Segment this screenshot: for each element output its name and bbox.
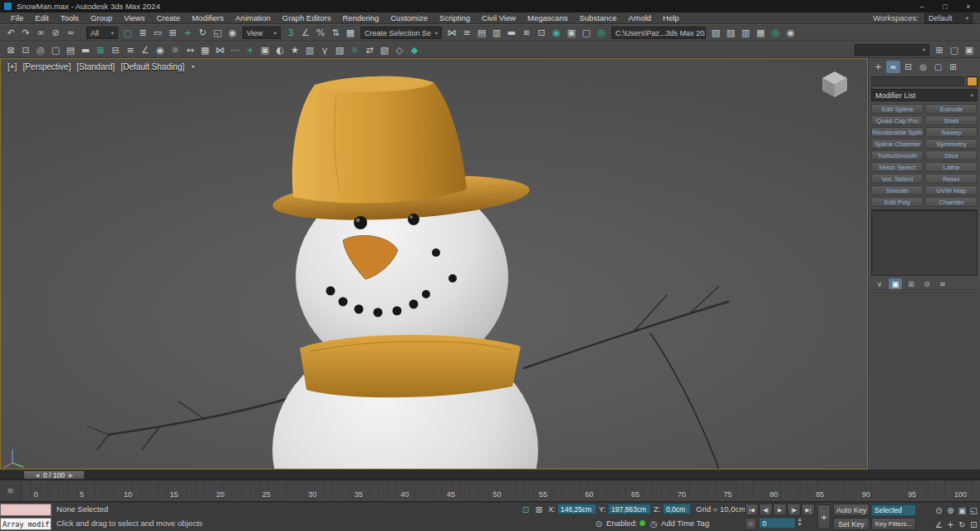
menu-item[interactable]: Help [657, 13, 685, 22]
align-camera-icon[interactable]: ◉ [153, 43, 168, 57]
selection-lock-toggle-icon[interactable]: ⊠ [533, 504, 545, 515]
place-highlight-icon[interactable]: ☼ [168, 43, 183, 57]
curve-editor-icon[interactable]: ≋ [519, 26, 534, 40]
viewport-general-menu[interactable]: [+] [7, 62, 17, 71]
unlink-selection-icon[interactable]: ⊘ [48, 26, 63, 40]
maximize-viewport-toggle-icon[interactable]: ⊡ [968, 519, 979, 530]
transform-toolbox-icon[interactable]: + [243, 43, 257, 57]
bind-to-space-warp-icon[interactable]: ≈ [63, 26, 78, 40]
project-path-dropdown[interactable]: C:\Users\Paz...3ds Max 2024 ▾ [611, 27, 706, 39]
frame-spinner[interactable]: ▲▼ [797, 517, 802, 527]
menu-item[interactable]: Animation [230, 13, 277, 22]
minimize-button[interactable]: – [910, 0, 933, 12]
zoom-extents-all-icon[interactable]: ◱ [968, 504, 979, 516]
effects-dialog-icon[interactable]: ★ [287, 43, 302, 57]
modifier-button[interactable]: Lathe [925, 162, 978, 172]
undo-icon[interactable]: ↶ [3, 26, 18, 40]
viewport-shading-menu[interactable]: [Default Shading] [120, 62, 184, 71]
menu-item[interactable]: Scripting [434, 13, 476, 22]
modifier-button[interactable]: Edit Spline [871, 104, 924, 114]
absolute-relative-snap-icon[interactable]: ⊡ [18, 43, 33, 57]
isolate-selection-toggle-icon[interactable]: ⊡ [520, 504, 532, 515]
asset-tracking-icon[interactable]: ▨ [723, 26, 738, 40]
per-view-presets-icon[interactable]: ▣ [962, 43, 977, 57]
color-clipboard-icon[interactable]: ▨ [332, 43, 347, 57]
modifier-button[interactable]: Extrude [925, 104, 978, 114]
zoom-icon[interactable]: ⊙ [933, 504, 944, 516]
material-editor-icon[interactable]: ◉ [549, 26, 564, 40]
selection-lock-toggle-icon[interactable]: ⊠ [3, 43, 18, 57]
menu-item[interactable]: Views [118, 13, 150, 22]
set-key-button[interactable]: Set Key [833, 518, 870, 530]
arnold-render-icon[interactable]: ◎ [768, 26, 783, 40]
align-icon[interactable]: ≡ [459, 26, 474, 40]
select-and-link-icon[interactable]: ∞ [33, 26, 48, 40]
configure-modifier-sets-icon[interactable]: ≡ [936, 278, 949, 289]
snaps-toggle-3d-icon[interactable]: 3 [283, 26, 298, 40]
menu-item[interactable]: Arnold [623, 13, 657, 22]
track-bar[interactable]: ◀ 0 / 100 ▶ [0, 470, 980, 480]
maxscript-mini-listener[interactable]: Array modifi [0, 518, 51, 530]
add-time-tag[interactable]: Add Time Tag [661, 519, 709, 528]
schematic-view-icon[interactable]: ⊡ [534, 26, 549, 40]
modifier-button[interactable]: Vol. Select [871, 174, 924, 184]
z-coordinate-field[interactable]: 0,0cm [663, 504, 691, 514]
viewport-standard-menu[interactable]: [Standard] [76, 62, 115, 71]
tab-modify[interactable]: ≈ [886, 61, 900, 73]
object-color-swatch[interactable] [967, 76, 978, 86]
menu-item[interactable]: Civil View [476, 13, 522, 22]
toggle-scene-explorer-icon[interactable]: ▤ [474, 26, 489, 40]
modifier-button[interactable]: Mesh Select [871, 162, 924, 172]
select-by-name-icon[interactable]: ≣ [135, 26, 150, 40]
edit-named-selection-sets-icon[interactable]: ▦ [343, 26, 358, 40]
next-frame-button[interactable]: |▶ [787, 504, 801, 516]
modifier-button[interactable]: UVW Map [925, 185, 978, 195]
modifier-button[interactable]: Slice [925, 150, 978, 160]
named-selection-set-field[interactable]: Create Selection Se ▾ [360, 27, 442, 39]
menu-item[interactable]: Graph Editors [277, 13, 337, 22]
go-to-end-button[interactable]: ▶| [801, 504, 815, 516]
rectangular-selection-region-icon[interactable]: ▭ [150, 26, 165, 40]
adaptive-degradation-icon[interactable]: ⊙ [593, 518, 605, 529]
select-and-place-icon[interactable]: ◉ [225, 26, 240, 40]
close-button[interactable]: × [957, 0, 980, 12]
viewport-settings-icon[interactable]: ▢ [947, 43, 962, 57]
reference-coordinate-dropdown[interactable]: View ▾ [243, 27, 281, 39]
named-selection-sets-icon[interactable]: ▦ [198, 43, 213, 57]
manage-layers-icon[interactable]: ▤ [63, 43, 78, 57]
time-slider[interactable]: ◀ 0 / 100 ▶ [23, 470, 85, 479]
menu-item[interactable]: Customize [385, 13, 434, 22]
physical-camera-icon[interactable]: ▧ [377, 43, 392, 57]
show-end-result-icon[interactable]: ▣ [889, 278, 902, 289]
maximize-button[interactable]: □ [933, 0, 957, 12]
percent-snap-toggle-icon[interactable]: % [313, 26, 328, 40]
help-search-icon[interactable]: ◉ [783, 26, 798, 40]
graphite-modeling-icon[interactable]: ▬ [78, 43, 93, 57]
viewcube[interactable] [816, 67, 854, 104]
toggle-ribbon-icon[interactable]: ▬ [504, 26, 519, 40]
tab-utilities[interactable]: ⊞ [946, 61, 960, 73]
timeline-ruler[interactable]: ≋ 05101520253035404550556065707580859095… [0, 480, 980, 502]
mirror-icon[interactable]: ⋈ [444, 26, 459, 40]
snapshot-icon[interactable]: ⊟ [108, 43, 123, 57]
y-coordinate-field[interactable]: 197,863cm [608, 504, 651, 514]
select-and-uniform-scale-icon[interactable]: ◱ [210, 26, 225, 40]
zoom-extents-icon[interactable]: ▣ [957, 504, 968, 516]
modifier-button[interactable]: Smooth [871, 185, 924, 195]
modifier-button[interactable]: Quad Cap Pro [871, 116, 924, 125]
tab-create[interactable]: + [871, 61, 885, 73]
field-of-view-icon[interactable]: ∠ [933, 519, 944, 530]
modifier-button[interactable]: Edit Poly [871, 197, 924, 207]
normal-align-icon[interactable]: ∠ [138, 43, 153, 57]
pan-icon[interactable]: + [945, 519, 956, 530]
menu-item[interactable]: Create [150, 13, 186, 22]
mini-curve-editor-button[interactable]: ≋ [0, 480, 22, 501]
menu-item[interactable]: Modifiers [186, 13, 230, 22]
substance-icon[interactable]: ◆ [407, 43, 422, 57]
spinner-snap-toggle-icon[interactable]: ⇅ [328, 26, 343, 40]
menu-item[interactable]: Tools [55, 13, 85, 22]
spacing-tool-icon[interactable]: ⋯ [228, 43, 243, 57]
measure-distance-icon[interactable]: ↔ [183, 43, 198, 57]
make-unique-icon[interactable]: ⊞ [904, 278, 918, 289]
menu-item[interactable]: Rendering [336, 13, 385, 22]
